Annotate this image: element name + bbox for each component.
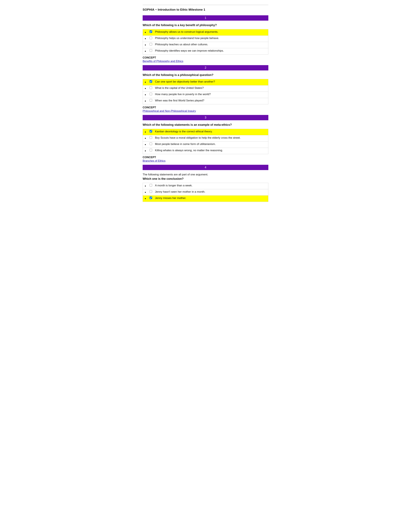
checkbox-cell-4-1[interactable] xyxy=(148,189,154,196)
bullet-3-1: • xyxy=(143,135,148,142)
concept-label-2: CONCEPT xyxy=(143,106,268,109)
option-text-2-1: What is the capital of the United States… xyxy=(154,86,268,92)
checkbox-3-1[interactable] xyxy=(149,136,152,139)
option-text-4-0: A month is longer than a week. xyxy=(154,183,268,189)
option-text-4-2: Jenny misses her mother. xyxy=(154,196,268,202)
checkbox-cell-1-2[interactable] xyxy=(148,42,154,48)
checkbox-cell-3-0[interactable] xyxy=(148,129,154,135)
checkbox-4-1[interactable] xyxy=(149,190,152,193)
option-text-3-2: Most people believe in some form of util… xyxy=(154,142,268,148)
section-bar-4: 4 xyxy=(143,165,268,170)
question-text-4: Which one is the conclusion? xyxy=(143,177,268,180)
concept-link-1[interactable]: Benefits of Philosophy and Ethics xyxy=(143,60,268,63)
concept-link-3[interactable]: Branches of Ethics xyxy=(143,159,268,162)
concept-label-1: CONCEPT xyxy=(143,56,268,59)
question-text-3: Which of the following statements is an … xyxy=(143,123,268,127)
checkbox-cell-4-0[interactable] xyxy=(148,183,154,189)
options-table-3: •Kantian deontology is the correct ethic… xyxy=(143,129,268,154)
checkbox-cell-2-3[interactable] xyxy=(148,98,154,104)
checkbox-cell-3-3[interactable] xyxy=(148,148,154,154)
option-text-1-3: Philosophy identifies ways we can improv… xyxy=(154,48,268,55)
bullet-2-2: • xyxy=(143,92,148,98)
checkbox-1-0[interactable] xyxy=(149,30,152,33)
checkbox-cell-2-0[interactable] xyxy=(148,79,154,86)
checkbox-cell-1-1[interactable] xyxy=(148,36,154,42)
checkbox-4-2[interactable] xyxy=(149,197,152,199)
bullet-2-0: • xyxy=(143,79,148,86)
checkbox-1-1[interactable] xyxy=(149,37,152,39)
checkbox-2-2[interactable] xyxy=(149,93,152,95)
question-text-2: Which of the following is a philosophica… xyxy=(143,73,268,77)
option-text-3-1: Boy Scouts have a moral obligation to he… xyxy=(154,135,268,142)
checkbox-1-2[interactable] xyxy=(149,43,152,46)
top-rule xyxy=(143,5,268,5)
checkbox-cell-4-2[interactable] xyxy=(148,196,154,202)
bullet-1-1: • xyxy=(143,36,148,42)
checkbox-2-0[interactable] xyxy=(149,80,152,83)
option-text-3-3: Killing whales is always wrong, no matte… xyxy=(154,148,268,154)
section-bar-1: 1 xyxy=(143,15,268,21)
section-bar-2: 2 xyxy=(143,65,268,70)
option-text-2-3: When was the first World Series played? xyxy=(154,98,268,104)
intro-text-4: The following statements are all part of… xyxy=(143,173,268,176)
options-table-2: •Can one sport be objectively better tha… xyxy=(143,79,268,104)
option-text-1-2: Philosophy teaches us about other cultur… xyxy=(154,42,268,48)
bullet-3-3: • xyxy=(143,148,148,154)
bullet-3-2: • xyxy=(143,142,148,148)
option-text-1-0: Philosophy allows us to construct logica… xyxy=(154,29,268,36)
bullet-4-0: • xyxy=(143,183,148,189)
options-table-4: •A month is longer than a week.•Jenny ha… xyxy=(143,183,268,202)
bullet-3-0: • xyxy=(143,129,148,135)
option-text-3-0: Kantian deontology is the correct ethica… xyxy=(154,129,268,135)
checkbox-2-1[interactable] xyxy=(149,86,152,89)
bullet-1-2: • xyxy=(143,42,148,48)
checkbox-3-2[interactable] xyxy=(149,142,152,145)
option-text-4-1: Jenny hasn't seen her mother in a month. xyxy=(154,189,268,196)
bullet-4-1: • xyxy=(143,189,148,196)
concept-label-3: CONCEPT xyxy=(143,156,268,159)
bullet-4-2: • xyxy=(143,196,148,202)
checkbox-cell-3-2[interactable] xyxy=(148,142,154,148)
checkbox-cell-2-2[interactable] xyxy=(148,92,154,98)
checkbox-2-3[interactable] xyxy=(149,99,152,102)
checkbox-1-3[interactable] xyxy=(149,49,152,52)
checkbox-cell-2-1[interactable] xyxy=(148,86,154,92)
options-table-1: •Philosophy allows us to construct logic… xyxy=(143,29,268,55)
checkbox-3-3[interactable] xyxy=(149,149,152,151)
checkbox-4-0[interactable] xyxy=(149,184,152,187)
bullet-2-3: • xyxy=(143,98,148,104)
checkbox-cell-3-1[interactable] xyxy=(148,135,154,142)
option-text-1-1: Philosophy helps us understand how peopl… xyxy=(154,36,268,42)
checkbox-cell-1-3[interactable] xyxy=(148,48,154,55)
checkbox-cell-1-0[interactable] xyxy=(148,29,154,36)
checkbox-3-0[interactable] xyxy=(149,130,152,133)
bullet-2-1: • xyxy=(143,86,148,92)
bullet-1-0: • xyxy=(143,29,148,36)
page-title: SOPHIA ~ Introduction to Ethic Milestone… xyxy=(143,8,268,11)
section-bar-3: 3 xyxy=(143,115,268,120)
option-text-2-0: Can one sport be objectively better than… xyxy=(154,79,268,86)
concept-link-2[interactable]: Philosophical and Non-Philosophical Inqu… xyxy=(143,109,268,113)
question-text-1: Which of the following is a key benefit … xyxy=(143,24,268,27)
bullet-1-3: • xyxy=(143,48,148,55)
option-text-2-2: How many people live in poverty in the w… xyxy=(154,92,268,98)
